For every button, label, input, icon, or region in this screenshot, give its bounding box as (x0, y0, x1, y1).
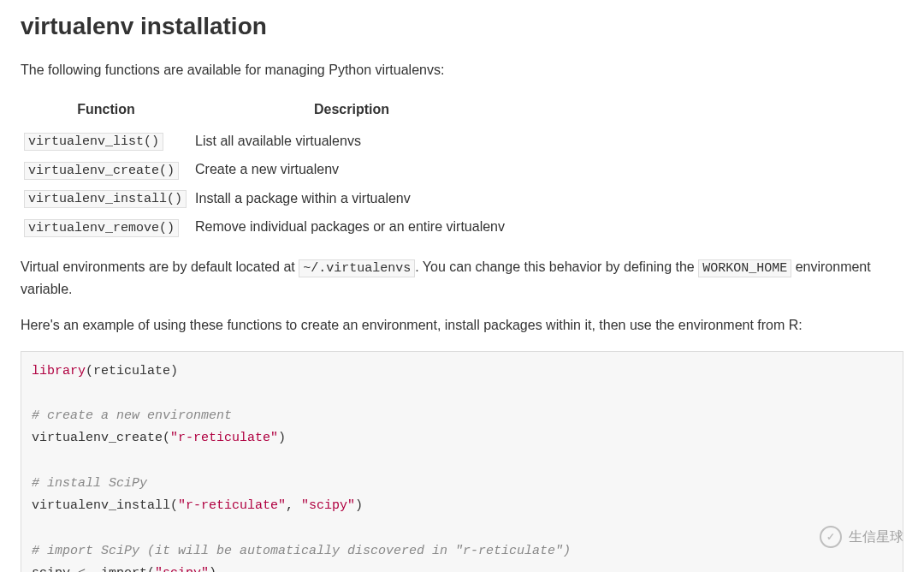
function-code: virtualenv_create() (24, 162, 179, 180)
function-desc: Create a new virtualenv (192, 156, 512, 185)
function-desc: Install a package within a virtualenv (192, 184, 512, 213)
code-comment: # install SciPy (32, 476, 147, 491)
col-header-description: Description (192, 96, 512, 127)
function-code: virtualenv_list() (24, 133, 163, 151)
function-desc: Remove individual packages or an entire … (192, 213, 512, 242)
code-text: ) (355, 498, 363, 513)
code-string: "r-reticulate" (170, 431, 278, 445)
code-text: ) (278, 431, 286, 445)
code-keyword: library (32, 364, 86, 378)
code-string: "r-reticulate" (178, 498, 286, 513)
code-text: (reticulate) (86, 364, 178, 378)
table-row: virtualenv_create() Create a new virtual… (21, 156, 512, 185)
code-operator: <- (78, 566, 93, 572)
code-text: , (286, 498, 301, 513)
functions-table: Function Description virtualenv_list() L… (21, 96, 512, 241)
code-example: library(reticulate) # create a new envir… (21, 351, 903, 573)
text-span: Virtual environments are by default loca… (21, 259, 299, 274)
page-title: virtualenv installation (21, 9, 903, 45)
env-location-paragraph: Virtual environments are by default loca… (21, 257, 903, 300)
text-span: . You can change this behavior by defini… (415, 259, 698, 274)
code-fn: virtualenv_create( (32, 431, 170, 445)
code-text: scipy (32, 566, 78, 572)
table-row: virtualenv_list() List all available vir… (21, 127, 512, 156)
code-fn: virtualenv_install( (32, 498, 178, 513)
intro-paragraph: The following functions are available fo… (21, 60, 903, 80)
code-comment: # import SciPy (it will be automatically… (32, 544, 571, 558)
table-header-row: Function Description (21, 96, 512, 127)
example-intro-paragraph: Here's an example of using these functio… (21, 315, 903, 336)
code-string: "scipy" (301, 498, 355, 513)
function-desc: List all available virtualenvs (192, 127, 512, 156)
code-text: ) (209, 566, 216, 572)
path-code: ~/.virtualenvs (299, 259, 415, 277)
function-code: virtualenv_install() (24, 190, 187, 208)
col-header-function: Function (21, 96, 192, 127)
code-string: "scipy" (155, 566, 209, 572)
table-row: virtualenv_remove() Remove individual pa… (21, 213, 512, 242)
table-row: virtualenv_install() Install a package w… (21, 184, 512, 213)
code-comment: # create a new environment (32, 408, 232, 423)
envvar-code: WORKON_HOME (698, 259, 791, 277)
code-fn: import( (93, 566, 155, 572)
function-code: virtualenv_remove() (24, 219, 179, 237)
